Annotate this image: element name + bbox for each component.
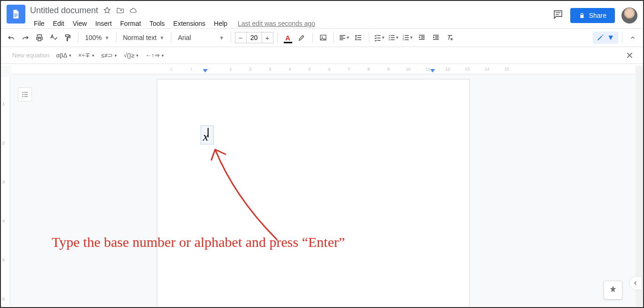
zoom-combo[interactable]: 100%▼ <box>82 34 112 41</box>
user-avatar[interactable] <box>621 8 637 24</box>
docs-file-icon <box>11 8 21 21</box>
svg-rect-2 <box>14 16 16 17</box>
separator <box>334 32 334 43</box>
document-title[interactable]: Untitled document <box>30 6 98 16</box>
chevron-down-icon: ▼ <box>105 35 109 40</box>
spellcheck-button[interactable] <box>47 31 60 44</box>
numbered-list-button[interactable]: 123▼ <box>401 31 414 44</box>
eq-menu-arrows[interactable]: ←↑⇒▾ <box>145 52 164 59</box>
zoom-value: 100% <box>85 34 102 41</box>
separator <box>277 32 278 43</box>
share-label: Share <box>589 12 606 19</box>
side-scrollbar[interactable] <box>636 66 643 306</box>
decrease-indent-button[interactable] <box>415 31 428 44</box>
title-bar: Untitled document File Edit View Insert … <box>1 1 643 28</box>
comments-icon[interactable] <box>552 9 564 22</box>
checklist-button[interactable]: ▼ <box>373 31 386 44</box>
move-icon[interactable] <box>116 6 124 15</box>
svg-point-8 <box>389 37 390 38</box>
clear-formatting-button[interactable] <box>443 31 457 44</box>
menu-help[interactable]: Help <box>210 18 231 29</box>
svg-rect-0 <box>14 14 17 14</box>
svg-text:3: 3 <box>403 39 404 41</box>
equation-toolbar: New equation αβΔ▾ ×÷∓▾ ≤≠⊃▾ √(}≥▾ ←↑⇒▾ ✕ <box>1 47 643 64</box>
side-panel-toggle[interactable] <box>629 276 642 290</box>
document-page[interactable]: x <box>157 79 470 306</box>
menu-edit[interactable]: Edit <box>49 18 68 29</box>
svg-rect-1 <box>14 15 17 16</box>
font-size-decrease[interactable]: − <box>235 32 246 43</box>
eq-menu-greek[interactable]: αβΔ▾ <box>56 52 72 59</box>
chevron-left-icon <box>633 280 638 286</box>
separator <box>231 32 231 43</box>
vertical-ruler[interactable]: 1 2 3 4 5 6 <box>1 77 10 306</box>
separator <box>171 32 171 43</box>
chevron-down-icon: ▼ <box>160 35 164 40</box>
cloud-status-icon[interactable] <box>129 6 138 15</box>
style-value: Normal text <box>123 34 157 41</box>
menu-view[interactable]: View <box>69 18 91 29</box>
text-cursor <box>208 128 209 137</box>
hruler-ticks: 21123456789101112131415 <box>162 67 517 71</box>
title-column: Untitled document File Edit View Insert … <box>30 5 552 29</box>
insert-image-button[interactable] <box>317 31 330 44</box>
text-color-button[interactable]: A <box>281 31 295 44</box>
docs-logo[interactable] <box>7 5 25 24</box>
horizontal-ruler[interactable]: 21123456789101112131415 <box>11 66 636 74</box>
font-size-control: − 20 + <box>235 32 273 43</box>
annotation-text: Type the base number or alphabet and pre… <box>52 234 345 250</box>
bulleted-list-button[interactable]: ▼ <box>387 31 400 44</box>
line-spacing-button[interactable] <box>352 31 365 44</box>
print-button[interactable] <box>33 31 46 44</box>
undo-button[interactable] <box>5 31 18 44</box>
menu-extensions[interactable]: Extensions <box>170 18 209 29</box>
new-equation-button[interactable]: New equation <box>12 52 50 59</box>
font-family-combo[interactable]: Arial▼ <box>175 34 227 41</box>
editing-mode-button[interactable]: ▼ <box>593 32 618 44</box>
explore-button[interactable] <box>604 281 622 300</box>
document-outline-button[interactable] <box>18 87 32 102</box>
eq-menu-math[interactable]: √(}≥▾ <box>124 52 139 59</box>
document-canvas[interactable]: 21123456789101112131415 1 2 3 4 5 6 x Ty… <box>1 66 636 306</box>
menu-format[interactable]: Format <box>116 18 145 29</box>
right-indent-marker[interactable] <box>430 69 435 72</box>
eq-menu-relations[interactable]: ≤≠⊃▾ <box>101 52 117 59</box>
title-row: Untitled document <box>30 5 552 16</box>
menu-tools[interactable]: Tools <box>146 18 169 29</box>
lock-icon <box>579 12 585 19</box>
highlight-color-button[interactable] <box>295 31 309 44</box>
svg-point-7 <box>389 35 390 36</box>
menu-file[interactable]: File <box>30 18 48 29</box>
chevron-down-icon: ▼ <box>219 35 224 40</box>
chevron-down-icon: ▼ <box>607 33 614 42</box>
svg-point-9 <box>389 39 390 40</box>
separator <box>116 32 116 43</box>
eq-menu-operators[interactable]: ×÷∓▾ <box>78 52 94 59</box>
collapse-toolbar-button[interactable] <box>626 31 639 44</box>
paragraph-style-combo[interactable]: Normal text▼ <box>120 34 167 41</box>
left-indent-marker[interactable] <box>203 69 208 72</box>
share-button[interactable]: Share <box>570 8 615 23</box>
pencil-icon <box>597 34 604 41</box>
font-value: Arial <box>178 34 191 41</box>
separator <box>622 32 622 43</box>
increase-indent-button[interactable] <box>429 31 442 44</box>
last-edit-link[interactable]: Last edit was seconds ago <box>238 20 315 27</box>
title-right-cluster: Share <box>552 5 637 24</box>
explore-icon <box>608 285 618 295</box>
menu-bar: File Edit View Insert Format Tools Exten… <box>30 18 552 29</box>
equation-input-box[interactable]: x <box>201 126 214 144</box>
font-size-value[interactable]: 20 <box>246 32 262 43</box>
separator <box>369 32 369 43</box>
paint-format-button[interactable] <box>61 31 74 44</box>
menu-insert[interactable]: Insert <box>92 18 116 29</box>
font-size-increase[interactable]: + <box>262 32 273 43</box>
close-equation-toolbar[interactable]: ✕ <box>623 50 636 61</box>
star-icon[interactable] <box>103 6 111 15</box>
outline-icon <box>21 90 29 99</box>
separator <box>312 32 313 43</box>
separator <box>78 32 78 43</box>
svg-point-6 <box>321 36 322 37</box>
align-button[interactable]: ▼ <box>338 31 351 44</box>
redo-button[interactable] <box>19 31 32 44</box>
